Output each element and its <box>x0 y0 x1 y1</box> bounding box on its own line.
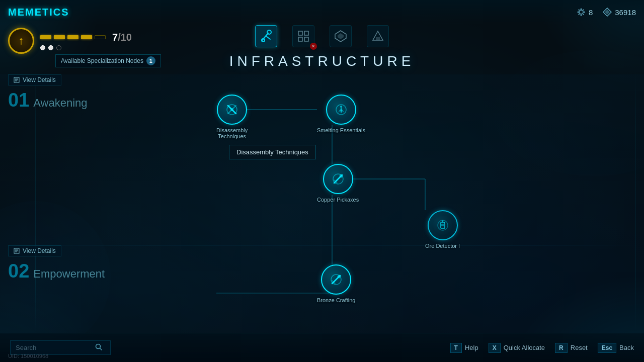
svg-point-45 <box>442 220 443 222</box>
disassembly-icon <box>224 102 240 118</box>
svg-point-38 <box>340 106 342 108</box>
tab-2-icon-wrapper: ✕ <box>292 25 314 47</box>
spec-nodes-badge: Available Specialization Nodes 1 <box>55 54 161 67</box>
tab-2-icon <box>296 29 310 43</box>
svg-rect-16 <box>304 31 308 35</box>
skill-tree-01: DisassemblyTechniques Smelting Essential… <box>151 74 644 245</box>
dot-1 <box>40 35 51 39</box>
section-01: View Details 01 Awakening <box>0 74 644 245</box>
spec-nodes-badge-label: Available Specialization Nodes <box>61 57 143 64</box>
svg-point-8 <box>583 14 584 15</box>
spec-nodes-value: 8 <box>589 8 593 17</box>
skill-label-bronze-crafting: Bronze Crafting <box>317 297 355 303</box>
uid-display: UID: 150010968 <box>8 353 48 359</box>
progress-dots-container: 7/10 <box>40 32 132 50</box>
tab-4-icon-wrapper <box>367 25 389 47</box>
section-01-number: 01 <box>8 90 29 110</box>
bronze-crafting-icon <box>328 272 344 288</box>
smelting-icon <box>333 102 349 118</box>
copper-pickaxes-icon <box>330 171 346 187</box>
tab-1[interactable] <box>255 25 277 47</box>
svg-point-7 <box>578 14 579 15</box>
tab-4-icon <box>371 29 385 43</box>
svg-point-0 <box>579 10 583 14</box>
skill-circle-bronze-crafting <box>321 264 351 295</box>
svg-point-13 <box>262 39 265 42</box>
reset-label: Reset <box>571 344 588 351</box>
svg-point-12 <box>267 30 271 34</box>
back-button[interactable]: Esc Back <box>598 343 634 353</box>
top-tabs: ✕ <box>255 25 389 47</box>
pcircle-3 <box>56 45 61 50</box>
section-02-number: 02 <box>8 261 29 281</box>
progress-area: 7/10 <box>8 28 132 54</box>
view-details-btn-01[interactable]: View Details <box>8 74 61 85</box>
tab-1-icon <box>259 29 273 43</box>
progress-circles <box>40 45 132 50</box>
skill-node-copper-pickaxes[interactable]: Copper Pickaxes <box>317 164 359 203</box>
app-title: MEMETICS <box>8 7 69 18</box>
svg-point-5 <box>578 9 579 10</box>
svg-rect-15 <box>298 31 302 35</box>
svg-rect-18 <box>304 37 308 41</box>
top-bar: MEMETICS 8 36918 <box>0 0 644 24</box>
section-02-name: Empowerment <box>33 267 105 281</box>
svg-point-2 <box>580 15 582 16</box>
skill-label-smelting: Smelting Essentials <box>317 127 365 133</box>
skill-node-disassembly[interactable]: DisassemblyTechniques <box>216 95 248 139</box>
level-display: 7/10 <box>112 32 132 43</box>
connectors-02 <box>151 245 644 332</box>
dot-2 <box>54 35 65 39</box>
svg-rect-43 <box>441 222 445 228</box>
view-details-btn-02[interactable]: View Details <box>8 245 61 256</box>
skill-circle-smelting <box>326 95 356 125</box>
skill-node-bronze-crafting[interactable]: Bronze Crafting <box>317 264 355 303</box>
back-key: Esc <box>598 343 616 353</box>
skill-circle-copper-pickaxes <box>323 164 353 194</box>
credits-value: 36918 <box>615 8 636 17</box>
skill-circle-ore-detector <box>428 210 458 240</box>
svg-point-6 <box>583 9 584 10</box>
quick-allocate-key: X <box>489 343 501 353</box>
svg-rect-17 <box>298 37 302 41</box>
back-label: Back <box>619 344 634 351</box>
tab-2[interactable]: ✕ <box>292 25 314 47</box>
skill-tree-02: Bronze Crafting <box>151 245 644 332</box>
bottom-right-controls: T Help X Quick Allocate R Reset Esc Back <box>450 343 634 353</box>
reset-button[interactable]: R Reset <box>555 343 588 353</box>
pcircle-1 <box>40 45 45 50</box>
search-input[interactable] <box>16 344 91 351</box>
tab-3-icon-wrapper <box>330 25 352 47</box>
search-icon[interactable] <box>95 343 102 352</box>
section-01-header: View Details 01 Awakening <box>8 74 88 110</box>
page-title: INFRASTRUCTURE <box>229 53 415 69</box>
main-content: View Details 01 Awakening <box>0 74 644 332</box>
skill-circle-disassembly <box>217 95 247 125</box>
tab-3[interactable] <box>330 25 352 47</box>
help-key: T <box>450 343 462 353</box>
details-icon-02 <box>14 248 20 254</box>
tab-2-x-badge: ✕ <box>310 43 317 50</box>
ore-detector-icon <box>435 217 451 233</box>
svg-marker-20 <box>338 33 344 39</box>
tab-3-icon <box>334 29 348 43</box>
help-button[interactable]: T Help <box>450 343 478 353</box>
tab-4[interactable] <box>367 25 389 47</box>
dot-5 <box>95 35 106 39</box>
spec-nodes-badge-count: 1 <box>146 56 155 65</box>
svg-point-3 <box>577 12 579 13</box>
skill-node-ore-detector[interactable]: Ore Detector I <box>425 210 460 249</box>
skill-node-smelting[interactable]: Smelting Essentials <box>317 95 365 133</box>
svg-point-4 <box>583 12 585 13</box>
skill-label-ore-detector: Ore Detector I <box>425 243 460 249</box>
section-02: View Details 02 Empowerment <box>0 245 644 332</box>
credits-stat: 36918 <box>603 8 636 17</box>
svg-point-1 <box>580 9 582 10</box>
spec-nodes-stat: 8 <box>577 8 593 17</box>
quick-allocate-label: Quick Allocate <box>504 344 545 351</box>
section-02-header: View Details 02 Empowerment <box>8 245 105 281</box>
quick-allocate-button[interactable]: X Quick Allocate <box>489 343 545 353</box>
credits-icon <box>603 8 612 17</box>
top-right-stats: 8 36918 <box>577 8 636 17</box>
tab-1-icon-wrapper <box>255 25 277 47</box>
